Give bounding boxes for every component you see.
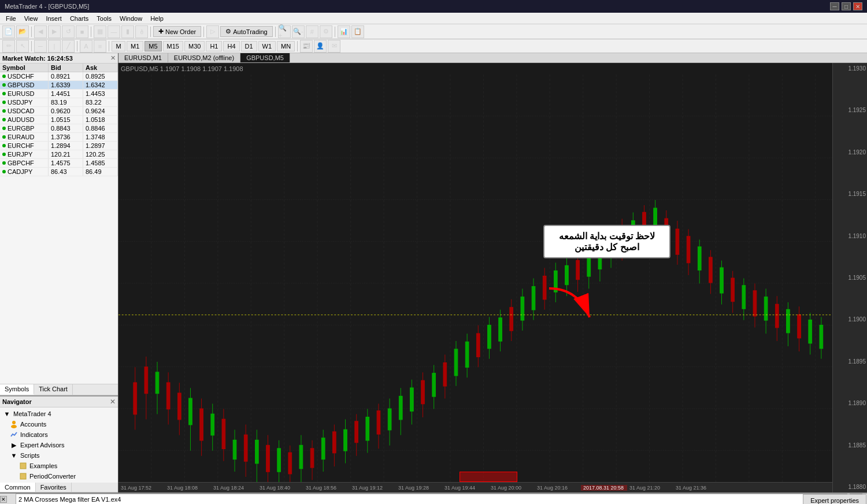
autotrading-label: AutoTrading bbox=[233, 28, 268, 35]
menu-window[interactable]: Window bbox=[116, 14, 146, 23]
news-btn[interactable]: 📰 bbox=[300, 40, 313, 53]
period-D1[interactable]: D1 bbox=[241, 41, 257, 51]
nav-item-metatrader4[interactable]: ▼ MetaTrader 4 bbox=[0, 409, 118, 419]
period-M[interactable]: M bbox=[112, 41, 125, 51]
label-btn[interactable]: ≡ bbox=[94, 40, 106, 53]
new-btn[interactable]: 📄 bbox=[2, 25, 15, 38]
back-btn[interactable]: ◀ bbox=[34, 25, 47, 38]
account-btn[interactable]: 👤 bbox=[314, 40, 327, 53]
cursor-btn[interactable]: ↖ bbox=[16, 40, 29, 53]
svg-rect-106 bbox=[676, 229, 679, 254]
period-M15[interactable]: M15 bbox=[163, 41, 183, 51]
text-btn[interactable]: A bbox=[80, 40, 92, 53]
market-watch-close[interactable]: ✕ bbox=[110, 54, 116, 62]
period-M1[interactable]: M1 bbox=[127, 41, 143, 51]
mw-row-eurchf[interactable]: EURCHF 1.2894 1.2897 bbox=[0, 142, 118, 150]
annotation-line1: لاحظ توقيت بداية الشمعه bbox=[554, 231, 660, 242]
hline-btn[interactable]: ─ bbox=[34, 40, 47, 53]
tester-panel-header: ✕ 2 MA Crosses Mega filter EA V1.ex4 ▼ E… bbox=[0, 494, 867, 504]
tester-close-button[interactable]: ✕ bbox=[0, 496, 7, 503]
menu-insert[interactable]: Insert bbox=[42, 14, 65, 23]
candle-btn[interactable]: 🕯 bbox=[135, 25, 148, 38]
svg-rect-40 bbox=[310, 449, 314, 468]
folder-icon: ▼ bbox=[2, 409, 12, 418]
nav-item-indicators[interactable]: Indicators bbox=[0, 429, 118, 440]
tab-favorites[interactable]: Favorites bbox=[36, 483, 72, 492]
sep9 bbox=[109, 41, 109, 51]
market-watch-tabs: Symbols Tick Chart bbox=[0, 384, 118, 395]
mw-row-gbpchf[interactable]: GBPCHF 1.4575 1.4585 bbox=[0, 159, 118, 168]
chart-tab-eurusd-m1[interactable]: EURUSD,M1 bbox=[118, 53, 168, 62]
mw-row-gbpusd[interactable]: GBPUSD 1.6339 1.6342 bbox=[0, 81, 118, 90]
expert-btn[interactable]: ▷ bbox=[206, 25, 219, 38]
nav-item-expert-advisors[interactable]: ▶ Expert Advisors bbox=[0, 440, 118, 450]
mw-row-eurgbp[interactable]: EURGBP 0.8843 0.8846 bbox=[0, 124, 118, 133]
mail-btn[interactable]: ✉ bbox=[328, 40, 340, 53]
close-button[interactable]: ✕ bbox=[853, 2, 862, 10]
nav-item-scripts[interactable]: ▼ Scripts bbox=[0, 450, 118, 461]
trendline-btn[interactable]: ╱ bbox=[62, 40, 75, 53]
svg-rect-3 bbox=[20, 473, 26, 479]
templates-btn[interactable]: 📋 bbox=[351, 25, 364, 38]
properties-btn[interactable]: ⚙ bbox=[320, 25, 332, 38]
chart-tab-eurusd-m2[interactable]: EURUSD,M2 (offline) bbox=[168, 53, 240, 62]
forward-btn[interactable]: ▶ bbox=[48, 25, 61, 38]
nav-item-period-converter[interactable]: PeriodConverter bbox=[0, 471, 118, 481]
zoom-in-btn[interactable]: 🔍+ bbox=[278, 25, 291, 38]
menu-tools[interactable]: Tools bbox=[93, 14, 115, 23]
menu-file[interactable]: File bbox=[2, 14, 20, 23]
indicators-btn[interactable]: 📊 bbox=[338, 25, 350, 38]
left-panel: Market Watch: 16:24:53 ✕ Symbol Bid Ask … bbox=[0, 53, 118, 492]
market-watch-table: USDCHF 0.8921 0.8925 GBPUSD 1.6339 1.634… bbox=[0, 72, 118, 384]
minimize-button[interactable]: ─ bbox=[830, 2, 839, 10]
nav-item-accounts[interactable]: Accounts bbox=[0, 419, 118, 429]
separator3 bbox=[150, 27, 151, 37]
tab-common[interactable]: Common bbox=[0, 483, 36, 492]
tab-tick-chart[interactable]: Tick Chart bbox=[34, 384, 73, 395]
period-M5[interactable]: M5 bbox=[144, 41, 161, 51]
dot-icon bbox=[2, 153, 6, 156]
ea-dropdown[interactable]: 2 MA Crosses Mega filter EA V1.ex4 bbox=[16, 494, 847, 505]
mw-row-euraud[interactable]: EURAUD 1.3736 1.3748 bbox=[0, 133, 118, 142]
tab-symbols[interactable]: Symbols bbox=[0, 384, 34, 395]
grid-btn[interactable]: # bbox=[306, 25, 318, 38]
chart-tab-gbpusd-m5[interactable]: GBPUSD,M5 bbox=[240, 53, 290, 62]
maximize-button[interactable]: □ bbox=[842, 2, 851, 10]
period-W1[interactable]: W1 bbox=[258, 41, 276, 51]
refresh-btn[interactable]: ↺ bbox=[62, 25, 75, 38]
separator5 bbox=[275, 27, 276, 37]
autotrading-button[interactable]: ⚙ AutoTrading bbox=[220, 26, 273, 37]
svg-rect-124 bbox=[775, 305, 779, 328]
mw-row-eurjpy[interactable]: EURJPY 120.21 120.25 bbox=[0, 150, 118, 159]
mw-row-audusd[interactable]: AUDUSD 1.0515 1.0518 bbox=[0, 116, 118, 124]
bar-btn[interactable]: ▮ bbox=[121, 25, 134, 38]
menu-view[interactable]: View bbox=[21, 14, 42, 23]
menu-charts[interactable]: Charts bbox=[66, 14, 92, 23]
new-order-button[interactable]: ✚ New Order bbox=[153, 26, 201, 37]
zoom-out-btn[interactable]: 🔍- bbox=[292, 25, 305, 38]
period-H1[interactable]: H1 bbox=[206, 41, 222, 51]
draw-btn[interactable]: ✏ bbox=[2, 40, 15, 53]
mw-row-usdchf[interactable]: USDCHF 0.8921 0.8925 bbox=[0, 72, 118, 81]
period-MN[interactable]: MN bbox=[277, 41, 295, 51]
mw-row-cadjpy[interactable]: CADJPY 86.43 86.49 bbox=[0, 168, 118, 176]
mw-row-usdcad[interactable]: USDCAD 0.9620 0.9624 bbox=[0, 107, 118, 116]
vline-btn[interactable]: | bbox=[48, 40, 61, 53]
period-M30[interactable]: M30 bbox=[184, 41, 205, 51]
price-label-8: 1.1895 bbox=[834, 358, 866, 365]
menu-help[interactable]: Help bbox=[147, 14, 167, 23]
chart-type-btn[interactable]: ▦ bbox=[94, 25, 106, 38]
tester-panel: ✕ 2 MA Crosses Mega filter EA V1.ex4 ▼ E… bbox=[0, 492, 867, 504]
nav-metatrader4-label: MetaTrader 4 bbox=[13, 410, 51, 417]
mw-row-usdjpy[interactable]: USDJPY 83.19 83.22 bbox=[0, 98, 118, 107]
svg-rect-30 bbox=[255, 440, 258, 464]
nav-item-examples[interactable]: Examples bbox=[0, 461, 118, 471]
open-btn[interactable]: 📂 bbox=[16, 25, 29, 38]
line-btn[interactable]: — bbox=[108, 25, 120, 38]
expert-properties-button[interactable]: Expert properties bbox=[803, 494, 866, 504]
mw-row-eurusd[interactable]: EURUSD 1.4451 1.4453 bbox=[0, 90, 118, 98]
navigator-close-btn[interactable]: ✕ bbox=[110, 398, 116, 406]
period-H4[interactable]: H4 bbox=[223, 41, 239, 51]
candles-area bbox=[118, 75, 832, 482]
stop-btn[interactable]: ■ bbox=[76, 25, 88, 38]
